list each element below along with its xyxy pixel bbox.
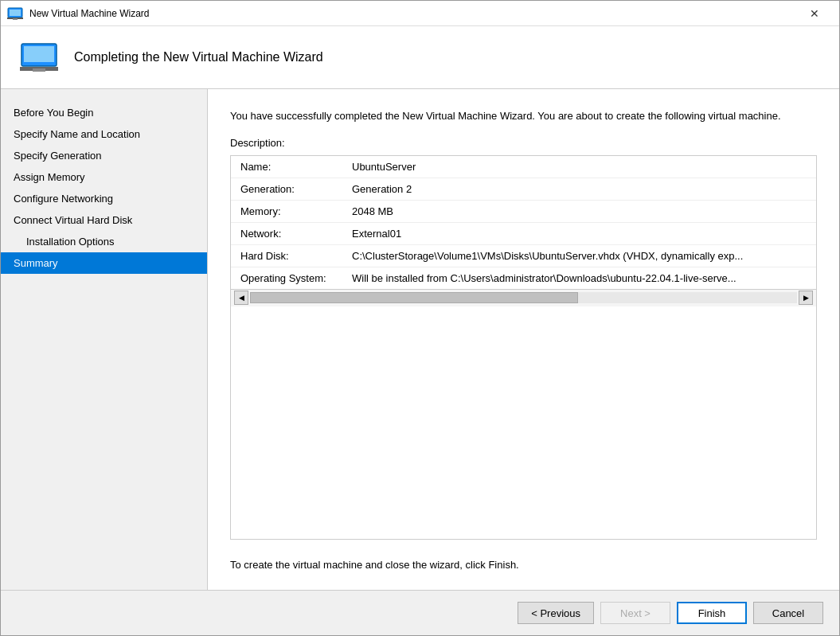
field-value: 2048 MB [342,200,816,222]
table-row: Memory:2048 MB [231,200,816,222]
scroll-thumb[interactable] [250,292,578,303]
svg-rect-1 [10,10,21,16]
sidebar: Before You BeginSpecify Name and Locatio… [1,89,208,590]
scroll-right-arrow[interactable]: ▶ [799,291,813,305]
svg-rect-3 [13,18,18,20]
sidebar-item-summary[interactable]: Summary [1,252,207,274]
field-value: UbuntuServer [342,156,816,178]
close-button[interactable]: ✕ [796,1,833,26]
table-row: Hard Disk:C:\ClusterStorage\Volume1\VMs\… [231,244,816,267]
next-button[interactable]: Next > [600,602,670,624]
field-label: Generation: [231,178,342,200]
table-row: Generation:Generation 2 [231,178,816,200]
field-label: Hard Disk: [231,244,342,267]
sidebar-item-before-you-begin[interactable]: Before You Begin [1,102,207,123]
header-title: Completing the New Virtual Machine Wizar… [74,50,323,64]
main-window: New Virtual Machine Wizard ✕ Completing … [0,0,840,636]
table-row: Name:UbuntuServer [231,156,816,178]
field-value: Generation 2 [342,178,816,200]
sidebar-item-connect-vhd[interactable]: Connect Virtual Hard Disk [1,209,207,231]
sidebar-item-configure-networking[interactable]: Configure Networking [1,188,207,209]
field-label: Operating System: [231,267,342,289]
field-value: C:\ClusterStorage\Volume1\VMs\Disks\Ubun… [342,244,816,267]
sidebar-item-assign-memory[interactable]: Assign Memory [1,166,207,188]
content-area: Before You BeginSpecify Name and Locatio… [1,89,839,590]
titlebar: New Virtual Machine Wizard ✕ [1,1,839,26]
field-label: Memory: [231,200,342,222]
sidebar-item-specify-name[interactable]: Specify Name and Location [1,123,207,145]
titlebar-title: New Virtual Machine Wizard [29,8,796,19]
field-value: Will be installed from C:\Users\administ… [342,267,816,289]
table-row: Network:External01 [231,222,816,244]
table-row: Operating System:Will be installed from … [231,267,816,289]
previous-button[interactable]: < Previous [518,602,594,624]
field-value: External01 [342,222,816,244]
completion-text: You have successfully completed the New … [230,108,817,124]
sidebar-item-specify-generation[interactable]: Specify Generation [1,145,207,166]
footer: < Previous Next > Finish Cancel [1,590,839,635]
svg-rect-7 [33,68,45,72]
summary-table: Name:UbuntuServerGeneration:Generation 2… [231,156,816,289]
sidebar-item-installation-options[interactable]: Installation Options [1,231,207,252]
scroll-track[interactable] [250,292,797,303]
field-label: Name: [231,156,342,178]
finish-text: To create the virtual machine and close … [230,559,817,571]
wizard-icon [20,42,58,72]
window-icon [7,7,23,20]
svg-rect-5 [24,46,54,62]
description-label: Description: [230,137,817,149]
finish-button[interactable]: Finish [677,602,747,624]
cancel-button[interactable]: Cancel [753,602,823,624]
header: Completing the New Virtual Machine Wizar… [1,26,839,89]
horizontal-scrollbar[interactable]: ◀ ▶ [231,289,816,306]
scroll-left-arrow[interactable]: ◀ [234,291,248,305]
main-content: You have successfully completed the New … [208,89,839,590]
summary-table-wrapper: Name:UbuntuServerGeneration:Generation 2… [230,155,817,540]
field-label: Network: [231,222,342,244]
